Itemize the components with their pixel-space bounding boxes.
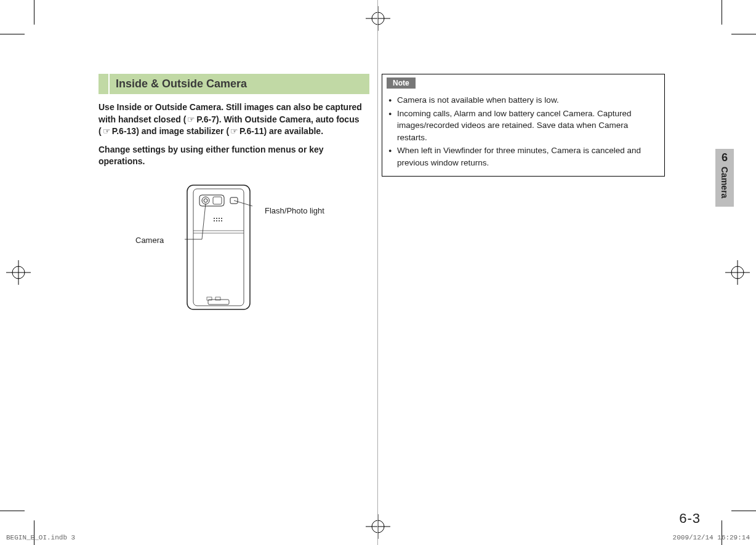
registration-right-icon [725,260,750,285]
svg-point-25 [219,220,220,221]
footer-file: BEGIN_E_OI.indb 3 [6,534,75,541]
svg-point-23 [214,220,215,221]
note-item: Incoming calls, Alarm and low battery ca… [388,108,658,144]
chapter-label: Camera [720,167,730,204]
svg-point-24 [216,220,217,221]
chapter-number: 6 [715,151,734,164]
registration-bottom-icon [366,514,390,539]
intro-paragraph-2: Change settings by using either function… [99,144,369,168]
svg-rect-12 [187,185,250,309]
svg-point-19 [214,218,215,219]
svg-point-22 [221,218,222,219]
heading-text: Inside & Outside Camera [110,74,369,94]
phone-diagram: Camera Flash/Photo light [99,183,369,318]
pointer-icon: ☞ [102,126,112,136]
svg-point-20 [216,218,217,219]
registration-left-icon [6,260,31,285]
pointer-icon: ☞ [229,126,239,136]
pointer-icon: ☞ [186,114,196,124]
footer-timestamp: 2009/12/14 16:29:14 [673,534,750,541]
note-item: When left in Viewfinder for three minute… [388,145,658,169]
camera-label: Camera [135,236,164,245]
svg-point-26 [221,220,222,221]
svg-point-21 [219,218,220,219]
intro-paragraph: Use Inside or Outside Camera. Still imag… [99,101,369,138]
section-heading: Inside & Outside Camera [99,74,369,94]
note-box: Note Camera is not available when batter… [382,74,665,177]
page-number: 6-3 [679,511,701,527]
note-item: Camera is not available when battery is … [388,94,658,106]
note-label: Note [387,78,416,89]
left-column: Inside & Outside Camera Use Inside or Ou… [99,74,369,318]
flash-label: Flash/Photo light [265,206,324,215]
chapter-tab: 6 Camera [715,149,734,207]
right-column: Note Camera is not available when batter… [382,74,665,177]
handset-illustration [185,183,252,312]
